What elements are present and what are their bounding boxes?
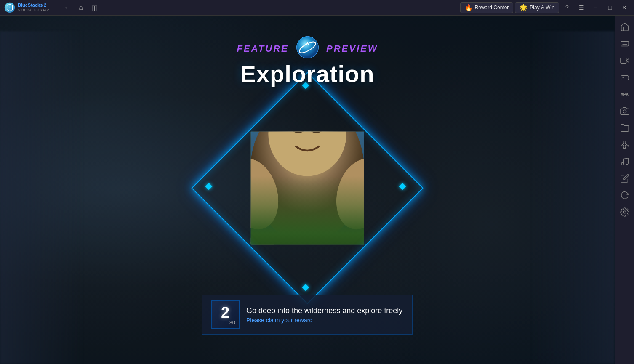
star-icon: 🌟 xyxy=(519,4,527,11)
diamond-image-area xyxy=(194,75,420,301)
sidebar-icon-music[interactable] xyxy=(617,154,633,170)
play-win-button[interactable]: 🌟 Play & Win xyxy=(515,2,559,13)
sidebar-icon-keyboard[interactable] xyxy=(617,36,633,52)
svg-point-10 xyxy=(309,123,323,133)
nav-buttons: ← ⌂ ◫ xyxy=(59,3,103,13)
titlebar: BlueStacks 2 5.10.150.1016 P64 ← ⌂ ◫ 🔥 R… xyxy=(0,0,634,16)
help-button[interactable]: ? xyxy=(561,1,573,14)
svg-rect-35 xyxy=(620,58,626,64)
diamond-container xyxy=(189,70,425,306)
logo-area: BlueStacks 2 5.10.150.1016 P64 xyxy=(0,2,59,13)
svg-point-20 xyxy=(304,249,311,253)
svg-point-27 xyxy=(373,219,377,227)
svg-point-24 xyxy=(241,219,245,227)
svg-point-1 xyxy=(296,37,318,58)
right-sidebar: APK xyxy=(615,16,634,364)
reward-sub-text: Please claim your reward xyxy=(246,317,402,324)
svg-point-9 xyxy=(291,123,306,133)
svg-point-19 xyxy=(361,238,385,252)
maximize-button[interactable]: □ xyxy=(604,1,616,14)
app-version: 5.10.150.1016 P64 xyxy=(18,8,50,13)
corner-bottom-decoration xyxy=(303,285,312,293)
reward-center-label: Reward Center xyxy=(475,5,509,11)
game-scene xyxy=(194,75,420,301)
bs-sphere-logo xyxy=(296,36,319,61)
bottom-info-panel: 2 30 Go deep into the wilderness and exp… xyxy=(202,295,413,335)
svg-marker-34 xyxy=(626,58,629,62)
multitab-button[interactable]: ◫ xyxy=(89,3,99,13)
svg-point-38 xyxy=(621,163,623,165)
minimize-button[interactable]: − xyxy=(589,1,602,14)
app-title: BlueStacks 2 xyxy=(18,3,50,8)
svg-rect-36 xyxy=(621,75,628,80)
svg-rect-28 xyxy=(621,42,628,46)
feature-preview-header: Feature xyxy=(181,37,434,88)
right-buttons: 🔥 Reward Center 🌟 Play & Win ? ☰ − □ ✕ xyxy=(457,1,634,14)
exploration-title: Exploration xyxy=(181,60,434,88)
left-blur xyxy=(0,31,84,364)
sidebar-icon-home[interactable] xyxy=(617,19,633,35)
bluestacks-logo-icon xyxy=(4,2,15,13)
sidebar-icon-screenshot[interactable] xyxy=(617,103,633,119)
sidebar-icon-apk[interactable]: APK xyxy=(617,86,633,102)
close-button[interactable]: ✕ xyxy=(618,1,631,14)
svg-rect-21 xyxy=(306,243,309,252)
svg-point-8 xyxy=(268,92,346,176)
svg-point-37 xyxy=(623,110,626,113)
menu-button[interactable]: ☰ xyxy=(575,1,588,14)
svg-rect-22 xyxy=(241,227,245,239)
sidebar-icon-video-camera[interactable] xyxy=(617,53,633,69)
svg-rect-25 xyxy=(373,227,377,239)
home-button[interactable]: ⌂ xyxy=(76,3,86,13)
sidebar-icon-gamepad[interactable] xyxy=(617,69,633,85)
feature-text-right: Preview xyxy=(326,43,378,54)
reward-text-area: Go deep into the wilderness and explore … xyxy=(246,306,402,324)
fire-icon: 🔥 xyxy=(465,4,473,11)
svg-line-14 xyxy=(334,86,352,98)
svg-rect-3 xyxy=(194,75,420,301)
sidebar-icon-settings[interactable] xyxy=(617,204,633,220)
corner-left-decoration xyxy=(206,184,215,192)
reward-center-button[interactable]: 🔥 Reward Center xyxy=(460,2,514,13)
badge-sub-number: 30 xyxy=(229,319,235,326)
svg-line-13 xyxy=(262,86,280,98)
svg-point-40 xyxy=(623,211,626,213)
right-blur xyxy=(530,31,615,364)
svg-point-39 xyxy=(626,162,628,165)
corner-right-decoration xyxy=(400,184,408,192)
feature-label: Feature xyxy=(181,37,434,62)
svg-point-18 xyxy=(244,236,274,254)
app-name: BlueStacks 2 5.10.150.1016 P64 xyxy=(18,3,50,13)
reward-main-text: Go deep into the wilderness and explore … xyxy=(246,306,402,315)
svg-point-26 xyxy=(371,219,378,231)
back-button[interactable]: ← xyxy=(62,3,72,13)
reward-badge: 2 30 xyxy=(211,300,240,329)
play-win-label: Play & Win xyxy=(530,5,554,11)
svg-marker-6 xyxy=(307,170,421,236)
sidebar-icon-airplane[interactable] xyxy=(617,137,633,153)
sidebar-icon-folder[interactable] xyxy=(617,120,633,136)
sidebar-icon-edit[interactable] xyxy=(617,170,633,186)
feature-text-left: Feature xyxy=(237,43,289,54)
main-content: Feature xyxy=(0,16,615,364)
svg-point-23 xyxy=(240,219,247,231)
badge-number: 2 xyxy=(221,305,229,320)
diamond-frame xyxy=(189,70,425,306)
sidebar-icon-refresh[interactable] xyxy=(617,187,633,203)
